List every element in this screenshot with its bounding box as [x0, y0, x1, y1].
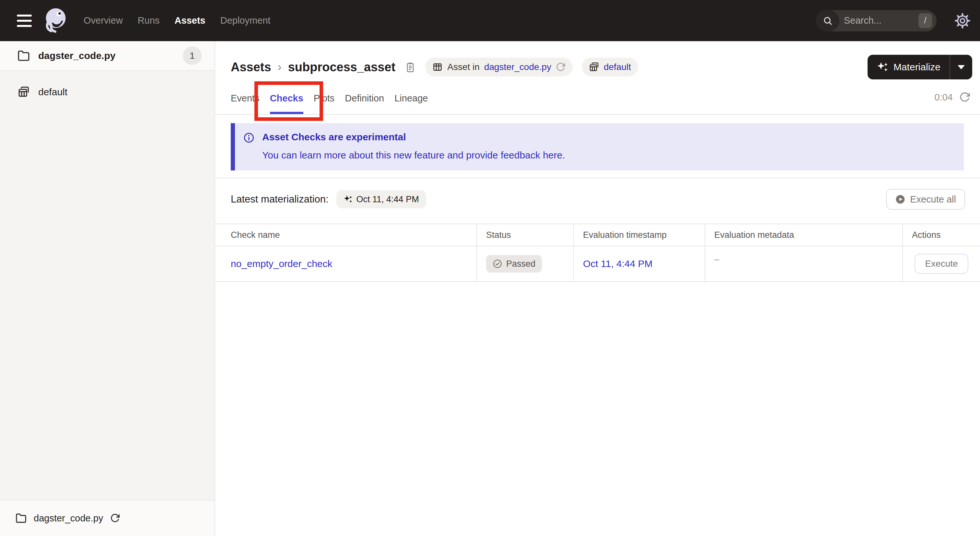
asset-tabs: Events Checks Plots Definition Lineage 0…: [215, 81, 980, 115]
check-status-cell: Passed: [477, 246, 574, 282]
asset-header: Assets › subprocess_asset: [215, 41, 980, 81]
materialize-split-button: Materialize: [867, 55, 972, 80]
experimental-banner: Asset Checks are experimental You can le…: [231, 123, 964, 170]
materialize-dropdown-button[interactable]: [950, 55, 972, 80]
materialization-timestamp: Oct 11, 4:44 PM: [356, 194, 419, 205]
nav-item-assets[interactable]: Assets: [175, 15, 205, 26]
primary-nav: Overview Runs Assets Deployment: [84, 15, 270, 26]
column-header-actions: Actions: [903, 224, 980, 246]
breadcrumb-assets-link[interactable]: Assets: [231, 60, 271, 74]
check-timestamp-cell: Oct 11, 4:44 PM: [574, 246, 705, 282]
sidebar-item-label: dagster_code.py: [38, 50, 115, 61]
shortcut-key-badge: /: [918, 13, 932, 28]
search-input[interactable]: [839, 15, 918, 26]
latest-materialization-row: Latest materialization: Oct 11, 4:44 PM …: [215, 178, 980, 220]
asset-count-badge: 1: [183, 47, 202, 65]
main-content: Assets › subprocess_asset: [215, 41, 980, 536]
dagster-logo-icon[interactable]: [43, 7, 69, 35]
refresh-countdown: 0:04: [935, 92, 953, 103]
code-location-link[interactable]: dagster_code.py: [484, 62, 551, 72]
sidebar-footer: dagster_code.py: [0, 500, 215, 536]
nav-item-overview[interactable]: Overview: [84, 15, 123, 26]
tab-checks[interactable]: Checks: [270, 81, 303, 114]
sidebar-item-code-location[interactable]: dagster_code.py 1: [0, 41, 215, 71]
folder-icon: [18, 49, 30, 62]
sparkle-icon: [344, 195, 353, 204]
banner-text-suffix: .: [562, 150, 565, 161]
checks-table: Check name Status Evaluation timestamp E…: [215, 224, 980, 282]
search-icon: [816, 10, 839, 32]
sidebar-item-default-group[interactable]: default: [0, 78, 215, 106]
latest-materialization-label: Latest materialization:: [231, 194, 329, 205]
hamburger-menu-icon[interactable]: [17, 14, 32, 27]
folder-icon: [16, 513, 27, 524]
breadcrumb-separator: ›: [278, 60, 282, 74]
refresh-icon[interactable]: [959, 92, 970, 103]
check-circle-icon: [493, 259, 502, 269]
check-actions-cell: Execute: [903, 246, 980, 282]
asset-group-icon: [18, 86, 30, 98]
chevron-down-icon: [958, 65, 965, 69]
banner-text: You can learn more about this new featur…: [262, 150, 543, 161]
dagster-asset-checks-page: Overview Runs Assets Deployment /: [0, 0, 980, 536]
asset-table-icon: [432, 62, 443, 72]
tab-lineage[interactable]: Lineage: [395, 81, 428, 114]
materialize-label: Materialize: [894, 62, 940, 73]
execute-check-button[interactable]: Execute: [915, 254, 968, 274]
materialize-button[interactable]: Materialize: [867, 55, 950, 80]
column-header-evaluation-timestamp: Evaluation timestamp: [574, 224, 705, 246]
tab-events[interactable]: Events: [231, 81, 259, 114]
sidebar-footer-code-location[interactable]: dagster_code.py: [16, 513, 120, 524]
check-name-cell: no_empty_order_check: [215, 246, 477, 282]
status-label: Passed: [506, 259, 535, 269]
check-name-link[interactable]: no_empty_order_check: [231, 258, 332, 269]
asset-sidebar: dagster_code.py 1 default: [0, 41, 215, 536]
asset-group-icon: [589, 62, 599, 72]
play-circle-icon: [895, 194, 905, 205]
banner-title: Asset Checks are experimental: [262, 132, 565, 143]
reload-definition-icon[interactable]: [556, 62, 565, 72]
execute-all-label: Execute all: [910, 194, 956, 205]
check-metadata-cell: –: [705, 246, 903, 282]
group-link[interactable]: default: [604, 62, 631, 72]
asset-tag-prefix: Asset in: [447, 62, 480, 72]
tab-plots[interactable]: Plots: [314, 81, 334, 114]
tab-definition[interactable]: Definition: [345, 81, 384, 114]
asset-definition-tag[interactable]: Asset in dagster_code.py: [425, 58, 573, 76]
settings-gear-icon[interactable]: [955, 13, 970, 29]
reload-icon[interactable]: [110, 513, 120, 523]
copy-asset-name-icon[interactable]: [404, 61, 416, 73]
column-header-evaluation-metadata: Evaluation metadata: [705, 224, 903, 246]
sparkle-icon: [877, 61, 888, 73]
metadata-value: –: [714, 254, 719, 264]
execute-all-button[interactable]: Execute all: [886, 189, 965, 210]
page-title: subprocess_asset: [288, 60, 396, 74]
column-header-check-name: Check name: [215, 224, 477, 246]
breadcrumb: Assets › subprocess_asset: [231, 60, 416, 74]
asset-group-tag[interactable]: default: [582, 58, 638, 76]
search-box[interactable]: /: [816, 10, 937, 32]
sidebar-footer-label: dagster_code.py: [34, 513, 103, 524]
feedback-link[interactable]: here: [543, 150, 562, 161]
nav-item-runs[interactable]: Runs: [138, 15, 160, 26]
sidebar-item-label: default: [38, 86, 67, 97]
status-badge: Passed: [486, 255, 542, 272]
info-icon: [243, 132, 255, 143]
nav-item-deployment[interactable]: Deployment: [220, 15, 270, 26]
evaluation-timestamp-link[interactable]: Oct 11, 4:44 PM: [583, 258, 653, 269]
banner-body: You can learn more about this new featur…: [262, 150, 565, 161]
top-nav: Overview Runs Assets Deployment /: [0, 0, 980, 41]
column-header-status: Status: [477, 224, 574, 246]
materialization-timestamp-badge[interactable]: Oct 11, 4:44 PM: [336, 190, 426, 208]
